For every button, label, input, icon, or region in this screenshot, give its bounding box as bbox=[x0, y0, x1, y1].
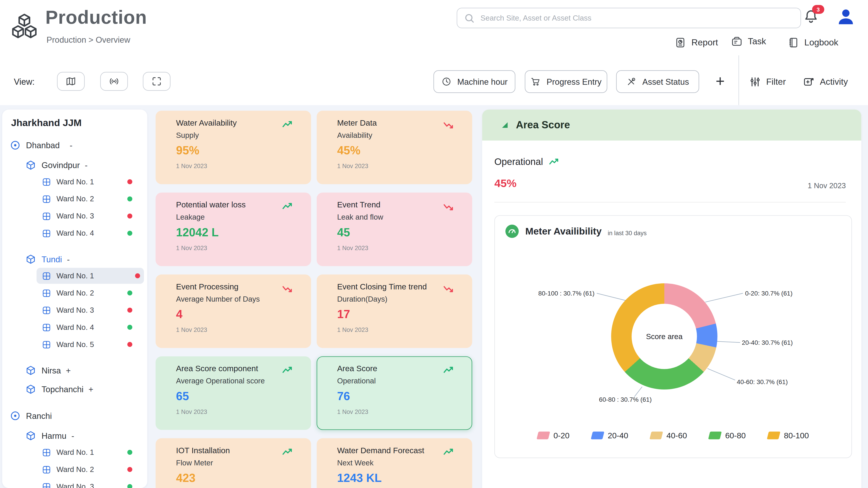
report-button[interactable]: Report bbox=[674, 37, 718, 49]
tree-item-label: Ward No. 3 bbox=[57, 306, 94, 314]
legend-item: 80-100 bbox=[768, 431, 809, 440]
legend-item: 0-20 bbox=[537, 431, 569, 440]
legend-swatch bbox=[708, 431, 722, 439]
card-date: 1 Nov 2023 bbox=[176, 163, 302, 169]
trend-down-icon bbox=[281, 282, 294, 295]
search-input[interactable] bbox=[479, 13, 794, 23]
legend-swatch bbox=[767, 431, 780, 439]
tree-item-toggle[interactable]: + bbox=[89, 384, 93, 394]
tree-item-toggle[interactable]: - bbox=[85, 160, 88, 170]
status-dot bbox=[127, 484, 132, 488]
tree-item-label: Ranchi bbox=[26, 411, 52, 420]
metric-card[interactable]: Area Score Operational 76 1 Nov 2023 bbox=[317, 356, 472, 430]
ward-icon bbox=[42, 177, 51, 186]
filter-label: Filter bbox=[766, 77, 786, 87]
tree-item[interactable]: Ward No. 3 bbox=[2, 302, 147, 319]
tree-item[interactable]: Ward No. 5 bbox=[2, 336, 147, 353]
page-title: Production bbox=[45, 6, 147, 28]
metric-card[interactable]: Meter Data Availability 45% 1 Nov 2023 bbox=[317, 111, 472, 184]
status-dot bbox=[127, 325, 132, 330]
ward-icon bbox=[42, 323, 51, 332]
tree-item-label: Ward No. 1 bbox=[57, 177, 94, 186]
tree-item[interactable]: Dhanbad - bbox=[2, 135, 147, 154]
trend-up-icon bbox=[548, 156, 560, 168]
tree-item[interactable]: Nirsa + bbox=[2, 362, 147, 379]
tree-item-toggle[interactable]: + bbox=[66, 365, 70, 375]
activity-button[interactable]: Activity bbox=[803, 76, 848, 88]
map-view-button[interactable] bbox=[57, 72, 85, 91]
legend-label: 0-20 bbox=[553, 431, 569, 440]
notification-bell[interactable]: 3 bbox=[803, 8, 822, 27]
tree-item[interactable]: Ward No. 1 bbox=[2, 267, 147, 285]
card-value: 45 bbox=[337, 226, 463, 239]
tree-item-toggle[interactable]: - bbox=[67, 254, 70, 264]
card-date: 1 Nov 2023 bbox=[176, 326, 302, 333]
cube-icon bbox=[26, 384, 36, 394]
operational-metric: Operational bbox=[494, 156, 560, 168]
fullscreen-view-button[interactable] bbox=[143, 72, 170, 91]
tree-item[interactable]: Ward No. 3 bbox=[2, 478, 147, 488]
donut-callout-label: 20-40: 30.7% (61) bbox=[742, 339, 793, 346]
card-value: 423 bbox=[176, 471, 302, 485]
status-dot bbox=[127, 342, 132, 347]
task-button[interactable]: Task bbox=[731, 35, 766, 48]
metric-card[interactable]: Water Availability Supply 95% 1 Nov 2023 bbox=[156, 111, 311, 184]
status-dot bbox=[127, 214, 132, 219]
donut-center-label: Score area bbox=[611, 283, 717, 390]
tree-item-toggle[interactable]: - bbox=[70, 140, 72, 150]
metric-card[interactable]: IOT Installation Flow Meter 423 bbox=[156, 438, 311, 488]
tree-item[interactable]: Ward No. 1 bbox=[2, 444, 147, 461]
sidebar-tree: Dhanbad - Govindpur - bbox=[2, 135, 147, 488]
tree-item[interactable]: Ward No. 3 bbox=[2, 207, 147, 225]
asset-status-button[interactable]: Asset Status bbox=[616, 70, 699, 93]
tree-item[interactable]: Ward No. 4 bbox=[2, 225, 147, 242]
tree-item[interactable]: Tundi - bbox=[2, 251, 147, 267]
logbook-icon bbox=[787, 37, 799, 49]
metric-card[interactable]: Potential water loss Leakage 12042 L 1 N… bbox=[156, 193, 311, 266]
tree-item[interactable]: Topchanchi + bbox=[2, 381, 147, 397]
trend-up-icon bbox=[281, 446, 294, 459]
card-date: 1 Nov 2023 bbox=[176, 408, 302, 415]
metric-card[interactable]: Event Closing Time trend Duration(Days) … bbox=[317, 274, 472, 348]
tree-item[interactable]: Ranchi bbox=[2, 406, 147, 425]
tree-item[interactable]: Ward No. 4 bbox=[2, 319, 147, 336]
metric-card[interactable]: Water Demand Forecast Next Week 1243 KL bbox=[317, 438, 472, 488]
tree-item[interactable]: Ward No. 2 bbox=[2, 285, 147, 302]
tree-item[interactable]: Harmu - bbox=[2, 427, 147, 444]
machine-hour-button[interactable]: Machine hour bbox=[434, 70, 515, 93]
signal-view-button[interactable] bbox=[100, 72, 128, 91]
card-value: 95% bbox=[176, 144, 302, 157]
legend-label: 80-100 bbox=[784, 431, 809, 440]
ward-icon bbox=[42, 229, 51, 238]
progress-entry-button[interactable]: Progress Entry bbox=[525, 70, 608, 93]
tools-icon bbox=[626, 76, 637, 87]
legend-item: 20-40 bbox=[592, 431, 628, 440]
metric-card[interactable]: Area Score component Average Operational… bbox=[156, 356, 311, 430]
target-icon bbox=[10, 410, 21, 421]
legend-label: 60-80 bbox=[725, 431, 746, 440]
metric-card[interactable]: Event Trend Leak and flow 45 1 Nov 2023 bbox=[317, 193, 472, 266]
tree-item[interactable]: Govindpur - bbox=[2, 157, 147, 173]
filter-button[interactable]: Filter bbox=[749, 76, 786, 88]
logbook-label: Logbook bbox=[804, 38, 838, 48]
app-root: Production Production > Overview 3 bbox=[0, 0, 868, 488]
tree-item-toggle[interactable]: - bbox=[71, 431, 74, 440]
breadcrumb: Production > Overview bbox=[46, 35, 130, 44]
metric-card[interactable]: Event Processing Average Number of Days … bbox=[156, 274, 311, 348]
user-avatar[interactable] bbox=[836, 7, 856, 27]
tree-item[interactable]: Ward No. 2 bbox=[2, 190, 147, 207]
card-value: 1243 KL bbox=[337, 471, 463, 485]
ward-icon bbox=[42, 482, 51, 488]
area-score-panel: Area Score Operational 45% 1 Nov 2023 Me… bbox=[482, 109, 862, 488]
card-value: 45% bbox=[337, 144, 463, 157]
card-value: 65 bbox=[176, 390, 302, 403]
meter-availability-card: Meter Availibility in last 30 days Score… bbox=[494, 215, 852, 458]
ward-icon bbox=[42, 212, 51, 221]
tree-item[interactable]: Ward No. 2 bbox=[2, 461, 147, 478]
add-widget-button[interactable]: + bbox=[711, 72, 730, 91]
logbook-button[interactable]: Logbook bbox=[787, 37, 838, 49]
card-value: 76 bbox=[337, 390, 463, 403]
tree-item-label: Nirsa bbox=[41, 365, 61, 375]
progress-entry-label: Progress Entry bbox=[547, 77, 601, 86]
tree-item[interactable]: Ward No. 1 bbox=[2, 173, 147, 191]
